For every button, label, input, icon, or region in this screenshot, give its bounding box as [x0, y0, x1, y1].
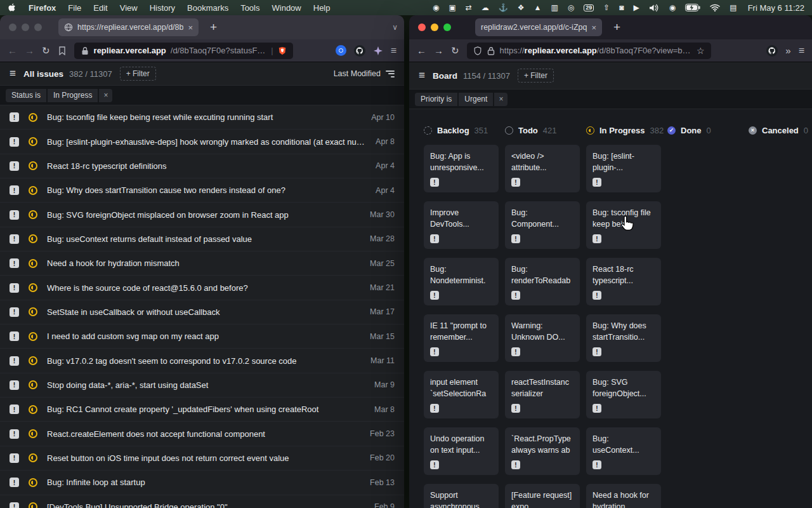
board-card[interactable]: input element `setSelectionRa !: [424, 371, 499, 418]
play-circle-icon[interactable]: ▶: [634, 4, 639, 11]
extension-star-icon[interactable]: [373, 46, 383, 56]
board-card[interactable]: Bug: Why does startTransitio... !: [586, 314, 661, 362]
menubar-app-name[interactable]: Firefox: [29, 3, 56, 13]
url-bar[interactable]: repliear.vercel.app /d/8bTaoq7F0e?status…: [74, 43, 293, 59]
back-button[interactable]: ←: [8, 45, 17, 56]
back-button[interactable]: ←: [417, 45, 426, 56]
board-card[interactable]: <video /> attribute... !: [505, 145, 580, 192]
password-extension-icon[interactable]: [336, 45, 346, 56]
issue-row[interactable]: ! Bug: tsconfig file keep being reset wh…: [0, 105, 404, 130]
board-card[interactable]: Bug: Nondeterminist. !: [424, 258, 499, 305]
filter-value-chip[interactable]: Urgent: [459, 93, 493, 106]
display-split-icon[interactable]: ▥: [551, 4, 558, 11]
new-tab-button[interactable]: +: [210, 20, 217, 34]
battery-icon[interactable]: [685, 4, 700, 11]
app-menu-button[interactable]: ≡: [799, 45, 804, 57]
minimize-window-button[interactable]: [22, 23, 29, 31]
upload-icon[interactable]: ⇧: [603, 4, 610, 11]
bookmark-star-icon[interactable]: ☆: [697, 46, 705, 56]
board-card[interactable]: Bug: useContext... !: [586, 427, 661, 475]
calendar-icon[interactable]: 29: [584, 4, 594, 11]
vercel-icon[interactable]: ▲: [534, 4, 542, 11]
github-extension-icon[interactable]: [766, 45, 778, 57]
issue-row[interactable]: ! React 18-rc typescript definitions Apr…: [0, 154, 404, 178]
issue-row[interactable]: ! Need a hook for hydration mismatch Mar…: [0, 251, 404, 276]
board-card[interactable]: Bug: renderToReadab !: [505, 258, 580, 305]
filter-remove-button[interactable]: ×: [494, 93, 508, 106]
cloud-icon[interactable]: ☁: [481, 4, 489, 11]
sidebar-toggle-icon[interactable]: ≡: [10, 67, 16, 80]
apple-menu-icon[interactable]: [8, 3, 16, 13]
board-card[interactable]: Bug: [eslint-plugin-... !: [586, 145, 661, 192]
menubar-item-help[interactable]: Help: [313, 3, 331, 13]
menubar-clock[interactable]: Fri May 6 11:22: [748, 3, 804, 13]
close-window-button[interactable]: [9, 23, 16, 31]
overflow-menu-icon[interactable]: »: [785, 45, 790, 56]
github-extension-icon[interactable]: [354, 45, 365, 57]
filter-field-chip[interactable]: Status is: [6, 89, 46, 102]
sidebar-toggle-icon[interactable]: ≡: [419, 69, 425, 82]
board-card[interactable]: Warning: Unknown DO... !: [505, 314, 580, 362]
sort-control[interactable]: Last Modified: [334, 69, 395, 78]
issue-row[interactable]: ! Stop doing data-*, aria-*, start using…: [0, 373, 404, 398]
board-card[interactable]: Bug: Component... !: [505, 201, 580, 249]
browser-tab[interactable]: replidraw2.vercel.app/d/c-iZpq ×: [475, 18, 602, 36]
zoom-window-button[interactable]: [34, 23, 42, 31]
issue-row[interactable]: ! I need to add custom svg map on my rea…: [0, 324, 404, 349]
browser-tab[interactable]: https://repliear.vercel.app/d/8b ×: [58, 18, 199, 36]
issue-row[interactable]: ! Bug: Why does startTransition cause tw…: [0, 178, 404, 203]
board-card[interactable]: React 18-rc typescript... !: [586, 258, 661, 305]
volume-icon[interactable]: [649, 4, 660, 12]
board-card[interactable]: Undo operation on text input... !: [424, 427, 499, 475]
tab-close-icon[interactable]: ×: [591, 23, 596, 32]
screen-mirroring-icon[interactable]: ◉: [669, 4, 676, 11]
new-tab-button[interactable]: +: [613, 20, 620, 34]
menubar-item-history[interactable]: History: [150, 3, 175, 13]
issue-row[interactable]: ! Bug: useContext returns default instea…: [0, 227, 404, 251]
dropbox-icon[interactable]: ❖: [518, 4, 525, 11]
sync-icon[interactable]: ⇄: [466, 4, 472, 11]
issue-row[interactable]: ! React.createElement does not accept fu…: [0, 422, 404, 446]
menubar-item-file[interactable]: File: [68, 3, 81, 13]
record-icon[interactable]: ◉: [433, 4, 439, 11]
board-card[interactable]: Bug: SVG foreignObject... !: [586, 371, 661, 418]
reload-button[interactable]: ↻: [42, 45, 50, 57]
board-card[interactable]: Improve DevTools... !: [424, 201, 499, 249]
add-filter-button[interactable]: + Filter: [120, 67, 156, 81]
wifi-icon[interactable]: [710, 4, 720, 11]
filter-remove-button[interactable]: ×: [99, 89, 112, 102]
forward-button[interactable]: →: [25, 45, 34, 56]
power-icon[interactable]: ◙: [619, 4, 624, 11]
tracking-shield-icon[interactable]: [473, 46, 482, 55]
reload-button[interactable]: ↻: [451, 45, 459, 57]
board-card[interactable]: Bug: tsconfig file keep bein... !: [586, 201, 661, 249]
board-card[interactable]: reactTestInstanc serializer !: [505, 371, 580, 418]
zoom-window-button[interactable]: [443, 23, 451, 31]
board-card[interactable]: Need a hook for hydration... !: [586, 484, 661, 508]
ship-icon[interactable]: ⚓: [499, 4, 508, 11]
issue-row[interactable]: ! SetState in useCallback or without use…: [0, 300, 404, 324]
close-window-button[interactable]: [418, 23, 426, 31]
user-switch-icon[interactable]: ▤: [730, 4, 737, 11]
add-filter-button[interactable]: + Filter: [518, 69, 554, 83]
issue-row[interactable]: ! Bug: Infinite loop at startup Feb 13: [0, 471, 404, 495]
issue-row[interactable]: ! Bug: [eslint-plugin-exhaustive-deps] h…: [0, 130, 404, 154]
board-card[interactable]: [Feature request] expo... !: [505, 484, 580, 508]
issue-row[interactable]: ! [DevTools Bug] Unsupported Bridge oper…: [0, 495, 404, 508]
issue-row[interactable]: ! Bug: v17.0.2 tag doesn't seem to corre…: [0, 349, 404, 373]
issue-row[interactable]: ! Bug: SVG foreignObject misplaced on br…: [0, 203, 404, 227]
circle-zero-icon[interactable]: ◎: [568, 4, 574, 11]
filter-value-chip[interactable]: In Progress: [48, 89, 98, 102]
issue-row[interactable]: ! Where is the source code of react@15.6…: [0, 276, 404, 300]
menubar-item-window[interactable]: Window: [272, 3, 301, 13]
board-card[interactable]: Bug: App is unresponsive... !: [424, 145, 499, 192]
filter-field-chip[interactable]: Priority is: [415, 93, 457, 106]
board-card[interactable]: IE 11 "prompt to remember... !: [424, 314, 499, 362]
bookmark-flag-icon[interactable]: [58, 46, 67, 55]
menubar-item-tools[interactable]: Tools: [240, 3, 259, 13]
app-menu-button[interactable]: ≡: [391, 45, 396, 57]
board-card[interactable]: `React.PropType always warns ab !: [505, 427, 580, 475]
url-bar[interactable]: https:// repliear.vercel.app /d/8bTaoq7F…: [467, 43, 711, 59]
tab-close-icon[interactable]: ×: [188, 23, 193, 32]
menubar-item-view[interactable]: View: [120, 3, 138, 13]
